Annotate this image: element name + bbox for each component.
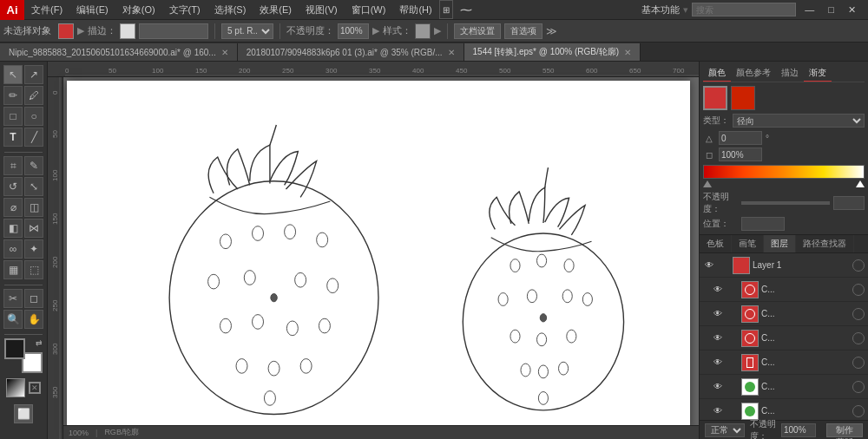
canvas-area[interactable]: 0 50 100 150 200 250 300 350 400 450 500…: [48, 62, 699, 439]
scale-tool[interactable]: ⤡: [24, 177, 43, 196]
pen-tool[interactable]: ✏: [3, 86, 23, 105]
layer-3-eye-icon[interactable]: 👁: [712, 332, 724, 344]
layer-0-eye-icon[interactable]: 👁: [703, 259, 715, 272]
layer-item-2[interactable]: 👁 C...: [700, 302, 868, 326]
layer-4-eye-icon[interactable]: 👁: [712, 357, 724, 369]
menu-select[interactable]: 选择(S): [207, 0, 253, 19]
bottom-opacity-input[interactable]: [781, 423, 816, 437]
paint-brush-tool[interactable]: ⌗: [3, 156, 23, 175]
layer-item-6[interactable]: 👁 C...: [700, 399, 868, 420]
opacity-value-input[interactable]: [833, 196, 865, 210]
hand-tool[interactable]: ✋: [24, 310, 43, 329]
menu-view[interactable]: 视图(V): [299, 0, 345, 19]
panel-tab-stroke[interactable]: 描边: [776, 65, 804, 82]
layers-tab-swatches[interactable]: 色板: [700, 235, 732, 252]
scale-input[interactable]: [719, 147, 762, 161]
layer-1-target[interactable]: [852, 284, 865, 296]
gradient-swatch[interactable]: [6, 378, 25, 397]
layers-tab-layers[interactable]: 图层: [764, 235, 796, 252]
gradient-color-swatch-1[interactable]: [703, 86, 727, 110]
screen-mode-btn[interactable]: ⬜: [14, 404, 33, 423]
ellipse-tool[interactable]: ○: [24, 107, 43, 126]
menu-icon-btn[interactable]: ⊞: [439, 0, 453, 19]
menu-effect[interactable]: 效果(E): [253, 0, 299, 19]
layer-1-eye-icon[interactable]: 👁: [712, 284, 724, 296]
doc-settings-btn[interactable]: 文档设置: [454, 23, 501, 39]
layer-2-target[interactable]: [852, 308, 865, 320]
tab-1[interactable]: 20180107/9094883k6p6 01 (3).ai* @ 35% (R…: [238, 43, 464, 61]
panel-tab-colorref[interactable]: 颜色参考: [731, 65, 776, 82]
line-tool[interactable]: ╱: [24, 128, 43, 147]
tab-0[interactable]: Nipic_9885883_20150605101634669000.ai* @…: [0, 43, 238, 61]
layers-tab-pathfinder[interactable]: 路径查找器: [796, 235, 854, 252]
eraser-tool[interactable]: ◻: [24, 289, 43, 308]
gradient-tool[interactable]: ◧: [3, 219, 23, 238]
blend-mode-select[interactable]: 正常: [705, 423, 745, 437]
make-mask-btn[interactable]: 制作蒙版: [826, 423, 863, 437]
gradient-color-bar[interactable]: [703, 165, 865, 179]
stroke-input[interactable]: [139, 23, 208, 39]
foreground-color[interactable]: [4, 338, 25, 359]
tab-1-close[interactable]: ✕: [448, 48, 455, 57]
gradient-stop-left[interactable]: [703, 180, 712, 187]
tab-2-close[interactable]: ✕: [624, 48, 631, 57]
maximize-btn[interactable]: □: [823, 3, 839, 16]
layer-item-5[interactable]: 👁 C...: [700, 375, 868, 399]
none-swatch[interactable]: ✕: [29, 382, 41, 394]
layers-tab-brushes[interactable]: 画笔: [732, 235, 764, 252]
direct-select-tool[interactable]: ↗: [24, 65, 43, 84]
layer-5-target[interactable]: [852, 381, 865, 393]
gradient-type-select[interactable]: 径向: [733, 114, 865, 128]
stroke-type-select[interactable]: 5 pt. R...: [221, 23, 273, 39]
warp-tool[interactable]: ⌀: [3, 198, 23, 217]
swap-colors-icon[interactable]: ⇄: [36, 338, 43, 347]
menu-text[interactable]: 文字(T): [162, 0, 207, 19]
artboard-tool[interactable]: ⬚: [24, 260, 43, 279]
layer-5-eye-icon[interactable]: 👁: [712, 381, 724, 393]
menu-icon2-btn[interactable]: ⁓: [453, 0, 479, 19]
gradient-stop-right[interactable]: [856, 180, 865, 187]
minimize-btn[interactable]: —: [799, 3, 819, 16]
layer-6-target[interactable]: [852, 405, 865, 417]
layer-item-1[interactable]: 👁 C...: [700, 278, 868, 302]
position-value-input[interactable]: [741, 217, 785, 231]
menu-window[interactable]: 窗口(W): [345, 0, 393, 19]
opacity-slider[interactable]: [741, 201, 830, 205]
layer-4-target[interactable]: [852, 357, 865, 369]
tab-2[interactable]: 1544 [转换].eps* @ 100% (RGB/轮廓) ✕: [464, 43, 641, 61]
symbol-tool[interactable]: ✦: [24, 239, 43, 259]
menu-edit[interactable]: 编辑(E): [69, 0, 115, 19]
stroke-swatch[interactable]: [120, 23, 135, 39]
transform-tool[interactable]: ◫: [24, 198, 43, 217]
search-input[interactable]: [692, 3, 796, 16]
layer-3-target[interactable]: [852, 332, 865, 344]
angle-input[interactable]: [719, 131, 762, 145]
tab-0-close[interactable]: ✕: [221, 48, 228, 57]
blend-tool[interactable]: ∞: [3, 239, 23, 259]
canvas-document[interactable]: [67, 81, 690, 430]
preferences-btn[interactable]: 首选项: [504, 23, 542, 39]
layer-item-3[interactable]: 👁 C...: [700, 326, 868, 351]
stroke-color-box[interactable]: [58, 23, 74, 39]
extra-menu-icon[interactable]: ≫: [546, 25, 557, 37]
menu-file[interactable]: 文件(F): [24, 0, 69, 19]
zoom-tool[interactable]: 🔍: [3, 310, 23, 329]
shape-tool[interactable]: □: [3, 107, 23, 126]
layer-0-target[interactable]: [852, 259, 865, 272]
layer-6-eye-icon[interactable]: 👁: [712, 405, 724, 417]
opacity-input[interactable]: [338, 23, 369, 39]
layer-2-eye-icon[interactable]: 👁: [712, 308, 724, 320]
type-tool[interactable]: T: [3, 128, 23, 147]
text-tool[interactable]: 🖊: [24, 86, 43, 105]
menu-object[interactable]: 对象(O): [115, 0, 162, 19]
mesh-tool[interactable]: ⋈: [24, 219, 43, 238]
select-tool[interactable]: ↖: [3, 65, 23, 84]
menu-help[interactable]: 帮助(H): [392, 0, 438, 19]
slice-tool[interactable]: ✂: [3, 289, 23, 308]
layer-item-0[interactable]: 👁 Layer 1: [700, 253, 868, 278]
layer-item-4[interactable]: 👁 C...: [700, 351, 868, 375]
rotate-tool[interactable]: ↺: [3, 177, 23, 196]
panel-tab-color[interactable]: 颜色: [703, 65, 731, 82]
pencil-tool[interactable]: ✎: [24, 156, 43, 175]
gradient-color-swatch-2[interactable]: [731, 86, 755, 110]
